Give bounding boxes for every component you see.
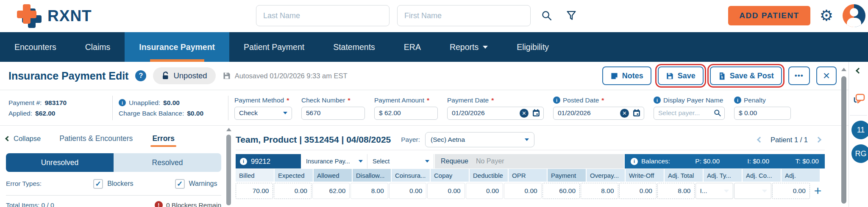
rxnt-logo-text: RXNT <box>47 7 92 25</box>
nav-item-patient-payment[interactable]: Patient Payment <box>229 32 319 62</box>
payment-type-value: Insurance Pay... <box>306 158 350 165</box>
payment-type-select[interactable]: Insurance Pay... <box>302 154 367 168</box>
notifications-badge[interactable]: 11 <box>851 121 868 139</box>
payment-date-label: Payment Date <box>447 97 489 104</box>
errors-panel-tabs: Collapse Patients & Encounters Errors <box>6 130 221 146</box>
calendar-icon[interactable] <box>632 109 641 119</box>
rxnt-logo[interactable]: RXNT <box>17 4 92 28</box>
nav-item-insurance-payment[interactable]: Insurance Payment <box>125 32 229 62</box>
add-adjustment-button[interactable]: + <box>811 183 825 199</box>
adj-cell[interactable]: 0.00 <box>772 183 810 199</box>
payer-search-icon[interactable] <box>713 109 722 119</box>
user-avatar-initials[interactable]: RG <box>851 144 868 163</box>
errors-panel-scrollbar[interactable] <box>226 128 231 207</box>
last-name-input[interactable] <box>256 5 389 26</box>
autosave-status: Autosaved 01/20/2026 9:33 am EST <box>223 72 348 80</box>
main-scrollbar[interactable] <box>841 63 847 207</box>
payment-cell[interactable]: 60.00 <box>542 183 580 199</box>
add-patient-button[interactable]: ADD PATIENT <box>728 6 810 25</box>
nav-item-reports[interactable]: Reports <box>435 32 502 62</box>
coinsurance-cell: 0.00 <box>389 183 426 199</box>
check-number-label: Check Number <box>301 97 345 104</box>
expected-cell[interactable]: 0.00 <box>274 183 311 199</box>
payer-select[interactable]: (Sec) Aetna <box>425 132 534 147</box>
close-button[interactable]: × <box>816 66 837 85</box>
encounter-content: Team, Product | 3512454 | 04/08/2025 Pay… <box>236 126 825 207</box>
check-number-input[interactable] <box>301 107 365 120</box>
filter-icon[interactable] <box>563 7 580 24</box>
warnings-checkbox[interactable]: ✓ Warnings <box>175 179 217 189</box>
tab-errors[interactable]: Errors <box>152 134 175 143</box>
nav-item-encounters[interactable]: Encounters <box>0 32 71 62</box>
nav-item-statements[interactable]: Statements <box>319 32 389 62</box>
divider <box>6 195 221 196</box>
posted-date-input[interactable] <box>553 107 644 120</box>
adj-total-cell[interactable]: 8.00 <box>657 183 695 199</box>
nav-item-era[interactable]: ERA <box>389 32 435 62</box>
payment-date-input[interactable] <box>447 107 544 120</box>
scrollbar-thumb[interactable] <box>226 135 231 205</box>
payment-number-value: 983170 <box>45 99 67 107</box>
adj-code-select[interactable] <box>734 183 771 199</box>
scroll-up-arrow-icon[interactable] <box>841 68 846 71</box>
nav-item-claims[interactable]: Claims <box>71 32 125 62</box>
payment-summary: Payment #:983170 Applied:$62.00 <box>8 99 112 117</box>
status-badge-label: Unposted <box>173 71 207 80</box>
patient-pagination-label: Patient 1 / 1 <box>771 136 808 144</box>
info-icon: i <box>553 97 560 104</box>
penalty-input[interactable] <box>734 107 791 120</box>
requeue-field[interactable]: Requeue No Payer <box>435 154 624 168</box>
avatar[interactable] <box>843 4 865 27</box>
adj-type-select[interactable]: I... <box>696 183 733 199</box>
search-icon[interactable] <box>538 7 555 24</box>
errors-panel: Collapse Patients & Encounters Errors Un… <box>0 126 234 207</box>
help-icon[interactable]: ? <box>135 70 146 81</box>
column-header-adj-code: Adj. Co... <box>743 169 781 182</box>
clear-date-icon[interactable]: ✕ <box>520 109 529 118</box>
next-patient-icon[interactable] <box>815 137 821 143</box>
action-select[interactable]: Select <box>368 154 434 168</box>
column-header-overpayment: Overpay... <box>587 169 625 182</box>
previous-patient-icon[interactable] <box>757 137 763 143</box>
calendar-icon[interactable] <box>532 109 540 119</box>
save-and-post-button[interactable]: $ Save & Post <box>710 66 782 85</box>
resolved-toggle-button[interactable]: Resolved <box>114 153 221 172</box>
payment-method-select[interactable]: Check <box>234 107 292 120</box>
divider <box>228 96 228 120</box>
billed-cell[interactable]: 70.00 <box>236 183 273 199</box>
error-types-label: Error Types: <box>6 180 42 188</box>
overpayment-cell[interactable]: 8.00 <box>581 183 618 199</box>
chevron-down-icon <box>359 160 363 163</box>
tab-patients-encounters[interactable]: Patients & Encounters <box>59 134 133 143</box>
info-icon: i <box>240 158 247 165</box>
balances-label: Balances: <box>641 157 670 165</box>
charges-table-header: Billed Expected Allowed Disallow... Coin… <box>236 169 825 182</box>
svg-text:$: $ <box>721 75 723 79</box>
column-header-disallowed: Disallow... <box>353 169 391 182</box>
payment-number-label: Payment #: <box>8 99 42 107</box>
expand-rail-icon[interactable] <box>855 68 861 74</box>
save-button[interactable]: Save <box>658 66 704 85</box>
info-icon: i <box>654 97 661 104</box>
collapse-panel-button[interactable]: Collapse <box>6 135 41 143</box>
notes-button[interactable]: Notes <box>602 66 651 85</box>
writeoff-cell[interactable]: 0.00 <box>619 183 657 199</box>
chargeback-value: $0.00 <box>187 110 203 117</box>
column-header-writeoff: Write-Off <box>626 169 664 182</box>
nav-item-eligibility[interactable]: Eligibility <box>502 32 563 62</box>
more-options-button[interactable]: ••• <box>788 66 810 85</box>
gear-icon[interactable]: ⚙ <box>820 8 833 23</box>
blockers-checkbox[interactable]: ✓ Blockers <box>93 179 133 189</box>
unresolved-toggle-button[interactable]: Unresolved <box>6 153 114 172</box>
scrollbar-thumb[interactable] <box>841 76 846 204</box>
scroll-up-arrow-icon[interactable] <box>226 128 231 131</box>
chat-icon[interactable] <box>852 93 865 106</box>
payment-amount-input[interactable] <box>374 107 438 120</box>
first-name-input[interactable] <box>397 5 531 26</box>
page-header-actions: Notes Save $ Save & Post ••• × <box>602 66 837 85</box>
clear-date-icon[interactable]: ✕ <box>620 109 629 118</box>
balance-summary: iUnapplied:$0.00 Charge Back Balance:$0.… <box>119 99 228 117</box>
disallowed-cell: 8.00 <box>351 183 388 199</box>
penalty-label: Penalty <box>744 97 766 104</box>
open-lock-icon <box>161 72 170 80</box>
